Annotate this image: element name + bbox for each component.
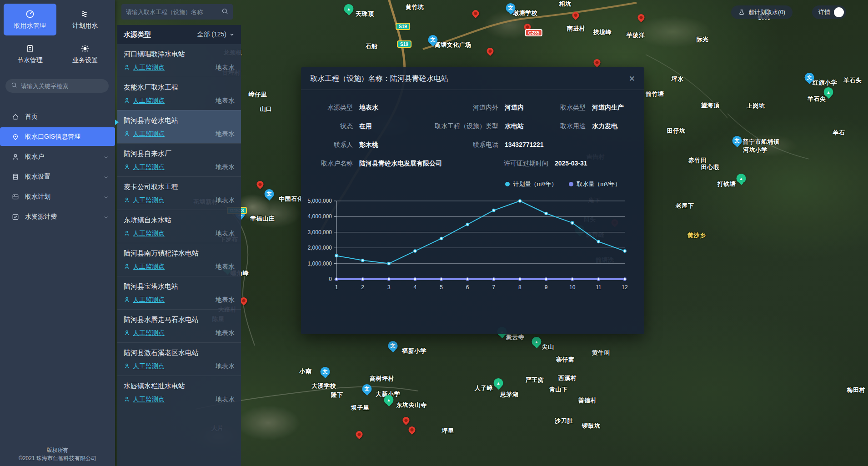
station-list-item[interactable]: 友能水厂取水工程人工监测点地表水 bbox=[117, 77, 241, 110]
sidebar: 取用水管理计划用水节水管理业务设置 首页取水口GIS信息管理取水户取水设置取水计… bbox=[0, 0, 115, 466]
station-list-item[interactable]: 陆河县水唇走马石水电站人工监测点地表水 bbox=[117, 309, 241, 342]
monitor-type-link[interactable]: 人工监测点 bbox=[124, 263, 165, 271]
person-icon bbox=[124, 396, 130, 404]
sidebar-item-bill[interactable]: 水资源计费 bbox=[0, 207, 115, 226]
over-plan-button[interactable]: 超计划取水(0) bbox=[731, 5, 793, 19]
station-list-item[interactable]: 陆河县激石溪老区水电站人工监测点地表水 bbox=[117, 342, 241, 376]
svg-text:7: 7 bbox=[492, 284, 495, 291]
map-place-label: 上岗坑 bbox=[747, 102, 765, 110]
mountain-marker[interactable]: ▲ bbox=[494, 378, 503, 388]
intake-point-marker[interactable] bbox=[401, 416, 411, 425]
search-icon[interactable] bbox=[221, 8, 228, 16]
intake-point-marker[interactable] bbox=[354, 430, 364, 439]
chart-area: 计划量（m³/年）取水量（m³/年） 01,000,0002,000,0003,… bbox=[301, 178, 644, 305]
mountain-marker[interactable]: ▲ bbox=[532, 337, 542, 346]
mountain-marker[interactable]: ▲ bbox=[384, 395, 394, 405]
intake-point-marker[interactable] bbox=[485, 46, 495, 56]
mountain-marker[interactable]: ▲ bbox=[737, 174, 746, 183]
map-place-label: 打铁塘 bbox=[717, 180, 736, 188]
school-marker[interactable]: 文 bbox=[805, 73, 814, 82]
station-list-item[interactable]: 陆河县宝塔水电站人工监测点地表水 bbox=[117, 276, 241, 309]
intake-point-marker[interactable] bbox=[407, 425, 416, 435]
user-icon bbox=[12, 153, 19, 160]
monitor-type-link[interactable]: 人工监测点 bbox=[124, 130, 165, 138]
module-tile-doc[interactable]: 节水管理 bbox=[4, 38, 56, 70]
field-label: 水源类型 bbox=[313, 104, 353, 112]
sidebar-item-pin[interactable]: 取水口GIS信息管理 bbox=[0, 127, 115, 146]
sidebar-item-plan[interactable]: 取水计划 bbox=[0, 187, 115, 206]
map-place-label: 箭竹塘 bbox=[646, 90, 664, 98]
sidebar-menu: 首页取水口GIS信息管理取水户取水设置取水计划水资源计费 bbox=[0, 107, 115, 226]
field-取水户名称: 取水户名称陆河县青砼水电发展有限公司 bbox=[313, 160, 482, 168]
tile-label: 节水管理 bbox=[17, 56, 43, 65]
monitor-type-link[interactable]: 人工监测点 bbox=[124, 196, 165, 205]
station-search[interactable] bbox=[121, 4, 233, 20]
intake-point-marker[interactable] bbox=[571, 10, 580, 20]
filter-value-dropdown[interactable]: 全部 (125) bbox=[197, 30, 235, 39]
map-place-label: 善德村 bbox=[578, 396, 597, 405]
chart-legend: 计划量（m³/年）取水量（m³/年） bbox=[307, 180, 621, 188]
field-许可证过期时间: 许可证过期时间2025-03-31 bbox=[482, 160, 632, 168]
mountain-marker[interactable]: ▲ bbox=[344, 4, 354, 14]
detail-toggle[interactable]: 详情 bbox=[812, 5, 846, 19]
person-icon bbox=[124, 64, 130, 72]
legend-label: 计划量（m³/年） bbox=[513, 180, 557, 188]
station-search-input[interactable] bbox=[126, 9, 221, 15]
sidebar-item-user[interactable]: 取水户 bbox=[0, 147, 115, 166]
station-list-item[interactable]: 河口镇唱歌潭水电站人工监测点地表水 bbox=[117, 44, 241, 77]
field-label: 状态 bbox=[313, 122, 353, 130]
field-取水用途: 取水用途水力发电 bbox=[542, 122, 632, 130]
monitor-type-link[interactable]: 人工监测点 bbox=[124, 362, 165, 371]
school-marker[interactable]: 文 bbox=[265, 189, 274, 199]
monitor-type-link[interactable]: 人工监测点 bbox=[124, 97, 165, 105]
monitor-type-link[interactable]: 人工监测点 bbox=[124, 64, 165, 72]
meter-icon bbox=[25, 10, 35, 19]
intake-point-marker[interactable] bbox=[592, 58, 602, 67]
sidebar-item-home[interactable]: 首页 bbox=[0, 107, 115, 126]
panel-collapse-arrow[interactable] bbox=[115, 120, 121, 125]
map-place-label: 青山下 bbox=[549, 386, 568, 394]
mountain-marker[interactable]: ▲ bbox=[824, 87, 833, 97]
school-marker[interactable]: 文 bbox=[388, 341, 398, 351]
module-tile-meter[interactable]: 取用水管理 bbox=[4, 4, 56, 35]
toggle-knob[interactable] bbox=[834, 7, 844, 17]
school-marker[interactable]: 文 bbox=[733, 136, 742, 145]
water-source-type: 地表水 bbox=[216, 362, 235, 371]
station-list-item[interactable]: 东坑镇自来水站人工监测点地表水 bbox=[117, 210, 241, 243]
monitor-type-link[interactable]: 人工监测点 bbox=[124, 329, 165, 337]
water-source-type: 地表水 bbox=[216, 64, 235, 72]
monitor-type-link[interactable]: 人工监测点 bbox=[124, 163, 165, 171]
station-list-item[interactable]: 陆河县自来水厂人工监测点地表水 bbox=[117, 143, 241, 176]
monitor-type-link[interactable]: 人工监测点 bbox=[124, 230, 165, 238]
legend-item[interactable]: 取水量（m³/年） bbox=[569, 180, 621, 188]
chevron-down-icon bbox=[229, 32, 235, 37]
module-tile-waves[interactable]: 计划用水 bbox=[59, 4, 112, 35]
flask-icon bbox=[738, 9, 745, 15]
map-place-label: 嶂仔里 bbox=[249, 90, 267, 99]
svg-text:2: 2 bbox=[361, 284, 364, 291]
station-list-item[interactable]: 水唇镇水栏肚水电站人工监测点地表水 bbox=[117, 376, 241, 409]
intake-point-marker[interactable] bbox=[471, 9, 480, 18]
module-tile-gear[interactable]: 业务设置 bbox=[59, 38, 112, 70]
school-marker[interactable]: 文 bbox=[506, 3, 516, 13]
monitor-type-link[interactable]: 人工监测点 bbox=[124, 296, 165, 304]
legend-item[interactable]: 计划量（m³/年） bbox=[505, 180, 557, 188]
monitor-type-link[interactable]: 人工监测点 bbox=[124, 396, 165, 404]
station-name: 陆河县宝塔水电站 bbox=[124, 282, 235, 291]
school-marker[interactable]: 文 bbox=[428, 35, 438, 45]
station-items: 河口镇唱歌潭水电站人工监测点地表水友能水厂取水工程人工监测点地表水陆河县青砼水电… bbox=[117, 44, 241, 409]
menu-label: 取水口GIS信息管理 bbox=[25, 133, 80, 141]
station-detail-modal: 取水工程（设施）名称：陆河县青砼水电站 ✕ 水源类型地表水河道内外河道内取水类型… bbox=[301, 67, 644, 334]
station-list-item[interactable]: 陆河县青砼水电站人工监测点地表水 bbox=[117, 110, 241, 143]
station-list-item[interactable]: 麦卡公司取水工程人工监测点地表水 bbox=[117, 176, 241, 210]
station-list-item[interactable]: 陆河县南万镇杞洋水电站人工监测点地表水 bbox=[117, 243, 241, 276]
sidebar-item-db[interactable]: 取水设置 bbox=[0, 167, 115, 186]
school-marker[interactable]: 文 bbox=[321, 367, 330, 376]
chevron-down-icon bbox=[103, 174, 109, 180]
close-icon[interactable]: ✕ bbox=[629, 75, 635, 83]
sidebar-search[interactable] bbox=[5, 79, 109, 93]
school-marker[interactable]: 文 bbox=[362, 384, 372, 394]
sidebar-search-input[interactable] bbox=[21, 83, 103, 90]
intake-point-marker[interactable] bbox=[255, 180, 265, 189]
intake-point-marker[interactable] bbox=[636, 13, 646, 22]
